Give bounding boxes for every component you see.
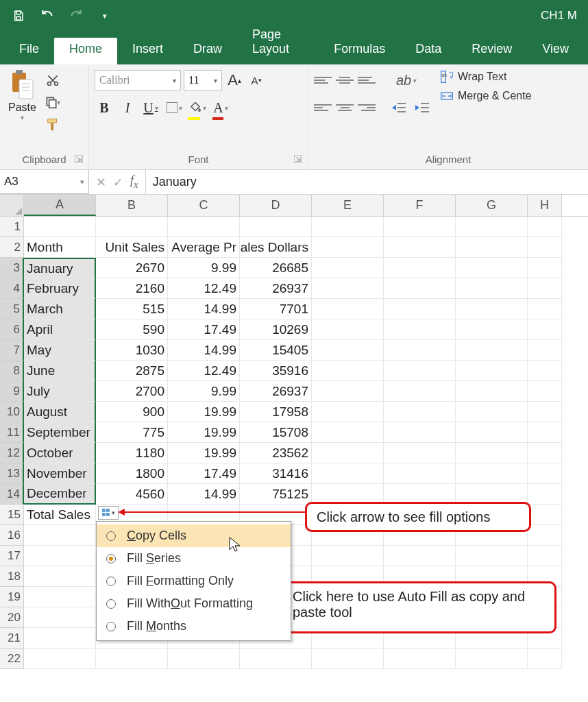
row-header[interactable]: 14: [0, 484, 24, 505]
cell[interactable]: 9.99: [168, 258, 240, 278]
row-header[interactable]: 20: [0, 607, 24, 628]
cell[interactable]: [24, 628, 96, 649]
cell[interactable]: [384, 278, 456, 299]
cell[interactable]: 14.99: [168, 299, 240, 319]
cell[interactable]: [384, 443, 456, 463]
column-header[interactable]: A: [24, 195, 96, 216]
cell[interactable]: [456, 422, 528, 443]
row-header[interactable]: 10: [0, 402, 24, 422]
cell[interactable]: [312, 278, 384, 299]
redo-icon[interactable]: [62, 3, 90, 29]
fill-color-button[interactable]: [188, 97, 207, 118]
cell[interactable]: [384, 258, 456, 278]
fx-icon[interactable]: fx: [130, 173, 138, 191]
paste-icon[interactable]: [8, 70, 36, 100]
cell[interactable]: [384, 217, 456, 237]
cell[interactable]: [384, 402, 456, 422]
cell[interactable]: 9.99: [168, 381, 240, 402]
row-header[interactable]: 8: [0, 361, 24, 381]
cell[interactable]: 2160: [96, 278, 168, 299]
cell[interactable]: [168, 649, 240, 669]
tab-review[interactable]: Review: [456, 35, 527, 64]
cell[interactable]: [456, 361, 528, 381]
align-center-icon[interactable]: [336, 101, 354, 114]
paste-dropdown-icon[interactable]: ▾: [21, 114, 24, 121]
cell[interactable]: [456, 402, 528, 422]
align-right-icon[interactable]: [358, 101, 376, 114]
cell[interactable]: [168, 217, 240, 237]
cell[interactable]: [384, 361, 456, 381]
paste-label[interactable]: Paste: [8, 101, 36, 114]
cell[interactable]: [528, 319, 562, 340]
cell[interactable]: [528, 278, 562, 299]
row-header[interactable]: 1: [0, 217, 24, 237]
cell[interactable]: [312, 237, 384, 258]
column-header[interactable]: G: [456, 195, 528, 216]
cell[interactable]: [528, 525, 562, 546]
cell[interactable]: 590: [96, 319, 168, 340]
cell[interactable]: 23562: [240, 443, 312, 463]
cell[interactable]: [312, 319, 384, 340]
cell[interactable]: [384, 463, 456, 484]
cell[interactable]: [24, 525, 96, 546]
cell[interactable]: May: [24, 340, 96, 361]
row-header[interactable]: 7: [0, 340, 24, 361]
cell[interactable]: 2875: [96, 361, 168, 381]
cell[interactable]: Average Pr: [168, 237, 240, 258]
cell[interactable]: [312, 463, 384, 484]
decrease-font-icon[interactable]: A▾: [247, 70, 266, 90]
cell[interactable]: [456, 340, 528, 361]
cell[interactable]: [456, 299, 528, 319]
cell[interactable]: [528, 340, 562, 361]
align-left-icon[interactable]: [314, 101, 332, 114]
cell[interactable]: [456, 278, 528, 299]
cell[interactable]: [240, 649, 312, 669]
autofill-copy-cells[interactable]: Copy Cells: [97, 524, 291, 547]
column-header[interactable]: F: [384, 195, 456, 216]
tab-data[interactable]: Data: [400, 35, 456, 64]
row-header[interactable]: 15: [0, 505, 24, 525]
cell[interactable]: 19.99: [168, 443, 240, 463]
cell[interactable]: [96, 649, 168, 669]
cell[interactable]: 4560: [96, 484, 168, 505]
font-launcher-icon[interactable]: ⇲: [294, 155, 302, 163]
cell[interactable]: [528, 237, 562, 258]
cell[interactable]: [528, 505, 562, 525]
cell[interactable]: [528, 381, 562, 402]
cut-icon[interactable]: [42, 70, 64, 90]
cell[interactable]: [528, 649, 562, 669]
row-header[interactable]: 4: [0, 278, 24, 299]
merge-center-button[interactable]: Merge & Cente: [440, 89, 532, 103]
cell[interactable]: 26937: [240, 381, 312, 402]
cell[interactable]: 1030: [96, 340, 168, 361]
cell[interactable]: 14.99: [168, 484, 240, 505]
cell[interactable]: [528, 217, 562, 237]
cell[interactable]: [312, 422, 384, 443]
row-header[interactable]: 13: [0, 463, 24, 484]
cell[interactable]: [528, 546, 562, 566]
cell[interactable]: 515: [96, 299, 168, 319]
cell[interactable]: [384, 340, 456, 361]
cell[interactable]: [312, 361, 384, 381]
cell[interactable]: [456, 546, 528, 566]
cell[interactable]: Total Sales: [24, 505, 96, 525]
cell[interactable]: Sales Dollars: [240, 237, 312, 258]
cell[interactable]: 17.49: [168, 319, 240, 340]
cell[interactable]: [96, 217, 168, 237]
row-header[interactable]: 6: [0, 319, 24, 340]
save-icon[interactable]: [4, 3, 33, 29]
font-color-button[interactable]: A: [211, 97, 230, 118]
align-top-icon[interactable]: [314, 73, 332, 87]
cell[interactable]: [312, 299, 384, 319]
row-header[interactable]: 11: [0, 422, 24, 443]
cell[interactable]: 35916: [240, 361, 312, 381]
cell[interactable]: 12.49: [168, 278, 240, 299]
column-header[interactable]: D: [240, 195, 312, 216]
cell[interactable]: January: [24, 258, 96, 278]
cell[interactable]: 900: [96, 402, 168, 422]
cell[interactable]: June: [24, 361, 96, 381]
cell[interactable]: [24, 566, 96, 587]
tab-view[interactable]: View: [527, 35, 584, 64]
cell[interactable]: [456, 463, 528, 484]
decrease-indent-icon[interactable]: [389, 97, 408, 118]
